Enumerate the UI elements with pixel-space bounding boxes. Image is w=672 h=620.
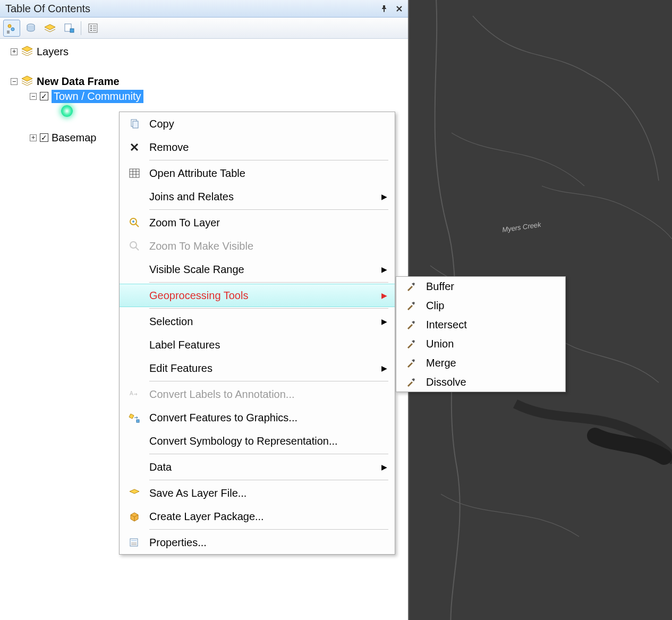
package-icon [120,511,149,522]
menu-edit-features[interactable]: Edit Features ▶ [120,356,395,380]
svg-rect-9 [90,28,92,29]
menu-save-as-layer[interactable]: Save As Layer File... [120,481,395,505]
pin-icon[interactable] [378,3,390,14]
svg-rect-10 [90,30,92,31]
menu-zoom-make-visible: Zoom To Make Visible [120,234,395,258]
tree-row-town-layer[interactable]: − ✓ Town / Community [3,89,405,104]
svg-rect-3 [7,32,10,33]
menu-copy[interactable]: Copy [120,112,395,135]
close-icon[interactable] [393,3,405,14]
submenu-union[interactable]: Union [396,334,565,353]
svg-rect-11 [93,26,96,27]
hammer-icon [396,300,426,311]
svg-rect-16 [133,121,138,128]
submenu-arrow-icon: ▶ [378,265,387,274]
remove-icon [120,142,149,152]
list-by-source-button[interactable] [22,20,39,37]
svg-rect-8 [90,26,92,27]
titlebar: Table Of Contents [0,0,408,18]
submenu-buffer[interactable]: Buffer [396,277,565,296]
hammer-icon [396,338,426,349]
svg-text:A: A [130,390,133,396]
layer-context-menu: Copy Remove Open Attribute Table Joins a… [119,112,395,555]
menu-joins-relates[interactable]: Joins and Relates ▶ [120,185,395,208]
convert-features-icon [120,412,149,423]
submenu-arrow-icon: ▶ [378,317,387,326]
hammer-icon [396,358,426,368]
menu-properties[interactable]: Properties... [120,531,395,554]
list-by-selection-button[interactable] [61,20,78,37]
point-symbol-icon[interactable] [61,105,73,117]
submenu-arrow-icon: ▶ [378,463,387,471]
svg-rect-6 [70,29,74,32]
layers-label[interactable]: Layers [37,46,69,58]
dataframe-label[interactable]: New Data Frame [37,75,120,88]
tree-row-dataframe[interactable]: − New Data Frame [3,74,405,89]
submenu-clip[interactable]: Clip [396,296,565,315]
town-layer-label[interactable]: Town / Community [52,90,143,103]
geoprocessing-submenu: Buffer Clip Intersect Union Merge Dissol… [396,276,566,392]
svg-rect-13 [93,30,96,31]
expander-minus-icon[interactable]: − [30,93,37,100]
checkbox-checked-icon[interactable]: ✓ [40,92,48,100]
list-by-drawing-order-button[interactable] [3,20,20,37]
menu-convert-features[interactable]: Convert Features to Graphics... [120,406,395,429]
submenu-arrow-icon: ▶ [378,364,387,372]
checkbox-checked-icon[interactable]: ✓ [40,133,48,142]
basemap-label[interactable]: Basemap [52,132,97,144]
hammer-icon [396,377,426,387]
toolbar-separator [81,21,81,35]
submenu-intersect[interactable]: Intersect [396,315,565,334]
menu-geoprocessing-tools[interactable]: Geoprocessing Tools ▶ [120,284,395,307]
dataframe-icon [21,75,33,88]
expander-plus-icon[interactable]: + [11,48,18,55]
svg-rect-30 [131,540,137,541]
toc-toolbar [0,18,408,39]
menu-label-features[interactable]: Label Features [120,333,395,356]
expander-plus-icon[interactable]: + [30,134,37,141]
submenu-arrow-icon: ▶ [378,192,387,201]
copy-icon [120,118,149,130]
svg-rect-12 [93,28,96,29]
convert-labels-icon: A [120,389,149,400]
tree-row-layers[interactable]: + Layers [3,44,405,59]
menu-data[interactable]: Data ▶ [120,455,395,479]
svg-rect-2 [7,31,10,32]
save-layer-icon [120,488,149,498]
svg-point-1 [11,28,14,31]
menu-zoom-to-layer[interactable]: Zoom To Layer [120,211,395,234]
panel-title: Table Of Contents [5,3,378,15]
expander-minus-icon[interactable]: − [11,78,18,85]
zoom-layer-icon [120,217,149,228]
submenu-dissolve[interactable]: Dissolve [396,372,565,392]
options-button[interactable] [84,20,101,37]
properties-icon [120,537,149,548]
menu-visible-scale-range[interactable]: Visible Scale Range ▶ [120,258,395,281]
zoom-visible-icon [120,240,149,252]
hammer-icon [396,319,426,330]
svg-point-0 [8,24,11,28]
menu-selection[interactable]: Selection ▶ [120,310,395,333]
hammer-icon [396,281,426,292]
menu-open-attribute-table[interactable]: Open Attribute Table [120,162,395,185]
menu-create-package[interactable]: Create Layer Package... [120,505,395,528]
layers-group-icon [21,45,33,58]
svg-rect-28 [137,420,139,422]
submenu-arrow-icon: ▶ [378,291,387,300]
list-by-visibility-button[interactable] [41,20,58,37]
svg-point-24 [132,220,134,223]
svg-line-23 [135,224,139,227]
table-icon [120,168,149,179]
menu-convert-labels: A Convert Labels to Annotation... [120,383,395,406]
svg-rect-17 [130,169,139,177]
menu-convert-symbology[interactable]: Convert Symbology to Representation... [120,429,395,453]
svg-line-26 [135,247,139,250]
menu-remove[interactable]: Remove [120,135,395,159]
submenu-merge[interactable]: Merge [396,353,565,372]
